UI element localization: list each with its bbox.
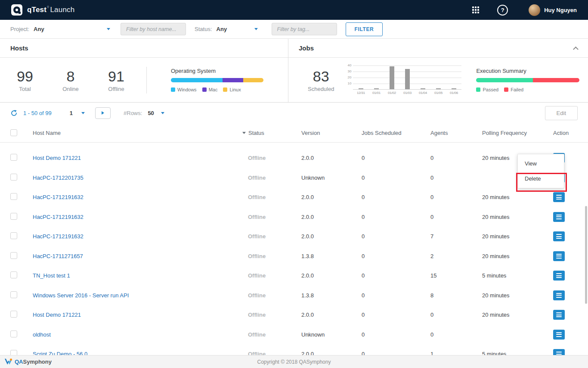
host-name-link[interactable]: oldhost	[33, 331, 51, 338]
project-select[interactable]: Any	[34, 26, 110, 32]
agents-value: 0	[430, 214, 482, 220]
filter-button[interactable]: FILTER	[346, 22, 383, 36]
host-name-link[interactable]: Host Demo 171221	[33, 312, 81, 318]
user-menu[interactable]: Huy Nguyen	[529, 4, 577, 16]
status-value: Offline	[248, 214, 301, 220]
row-checkbox[interactable]	[10, 193, 17, 200]
qtest-logo[interactable]	[11, 4, 22, 16]
status-value: Offline	[248, 351, 301, 355]
col-status[interactable]: Status	[242, 130, 301, 136]
edit-button[interactable]: Edit	[545, 106, 578, 120]
col-agents[interactable]: Agents	[430, 130, 482, 136]
stat-scheduled-value: 83	[308, 68, 334, 84]
user-avatar[interactable]	[529, 4, 540, 16]
row-checkbox[interactable]	[10, 154, 17, 161]
os-segment-windows	[171, 78, 223, 82]
chevron-up-icon[interactable]	[573, 47, 579, 52]
polling-value: 20 minutes	[482, 233, 553, 240]
hosts-stats: 99 Total 8 Online 91 Offline	[13, 68, 128, 92]
row-action-menu: View Delete	[517, 154, 564, 188]
jobs-scheduled-value: 0	[362, 272, 430, 279]
row-checkbox[interactable]	[10, 213, 17, 220]
row-checkbox[interactable]	[10, 350, 17, 355]
row-action-menu-button[interactable]	[553, 231, 565, 241]
jobs-panel-header: Jobs	[288, 39, 588, 58]
row-checkbox[interactable]	[10, 331, 17, 337]
pagination-range: 1 - 50 of 99	[23, 110, 52, 116]
col-host-name[interactable]: Host Name	[33, 130, 248, 136]
host-name-link[interactable]: TN_Host test 1	[33, 272, 70, 279]
row-checkbox[interactable]	[10, 174, 17, 181]
stat-total-label: Total	[13, 86, 37, 92]
project-label: Project:	[10, 26, 29, 32]
table-row: HacPC-1712201735 Offline Unknown 0 0	[0, 168, 588, 188]
jobs-panel-title: Jobs	[299, 44, 314, 52]
row-action-menu-button[interactable]	[553, 251, 565, 261]
status-select[interactable]: Any	[217, 26, 258, 32]
chevron-down-icon	[254, 28, 258, 30]
row-checkbox[interactable]	[10, 291, 17, 298]
row-action-menu-button[interactable]	[553, 349, 565, 355]
host-name-link[interactable]: HacPC-1712191632	[33, 214, 84, 220]
status-value: Offline	[248, 292, 301, 299]
os-chart-title: Operating System	[171, 68, 263, 74]
page-select[interactable]: 1	[70, 110, 85, 116]
agents-value: 0	[430, 312, 482, 318]
version-value: Unknown	[301, 331, 362, 338]
rows-select[interactable]: 50	[148, 110, 164, 116]
table-row: HacPC-1712191632 Offline 2.0.0 0 0 20 mi…	[0, 187, 588, 207]
rows-label: #Rows:	[124, 110, 142, 116]
jobs-panel-body: 83 Scheduled 40302010 12/3101/0101/0201/…	[288, 58, 588, 102]
row-checkbox[interactable]	[10, 271, 17, 278]
footer: QASymphony Copyright © 2018 QASymphony	[0, 355, 588, 368]
host-name-link[interactable]: HacPC-1712201735	[33, 175, 84, 181]
row-action-menu-button[interactable]	[553, 212, 565, 222]
status-value: Offline	[248, 312, 301, 318]
apps-grid-icon[interactable]	[472, 6, 479, 13]
chart-bar	[421, 88, 425, 89]
registered-mark-icon: ®	[47, 6, 49, 9]
jobs-scheduled-value: 0	[362, 292, 430, 299]
row-action-menu-button[interactable]	[553, 271, 565, 281]
row-action-menu-button[interactable]	[553, 310, 565, 320]
qasymphony-logo[interactable]: QASymphony	[4, 358, 52, 365]
select-all-checkbox[interactable]	[10, 129, 17, 136]
top-navbar: qTest®Launch ? Huy Nguyen	[0, 0, 588, 20]
refresh-icon[interactable]	[10, 109, 18, 117]
host-name-link[interactable]: HacPC-1712191632	[33, 233, 84, 240]
user-name: Huy Nguyen	[544, 7, 577, 13]
host-name-link[interactable]: Host Demo 171221	[33, 155, 81, 161]
col-version[interactable]: Version	[301, 130, 362, 136]
row-action-menu-button[interactable]	[553, 290, 565, 300]
agents-value: 15	[430, 272, 482, 279]
version-value: 2.0.0	[301, 194, 362, 200]
tag-filter-input[interactable]	[272, 23, 337, 35]
row-checkbox[interactable]	[10, 252, 17, 259]
host-name-link[interactable]: HacPC-1712191632	[33, 194, 84, 200]
execution-legend: PassedFailed	[476, 87, 579, 92]
col-action: Action	[553, 130, 588, 136]
jobs-scheduled-value: 0	[362, 312, 430, 318]
vertical-scrollbar-thumb[interactable]	[585, 206, 587, 304]
help-icon[interactable]: ?	[497, 5, 508, 16]
execution-segment-passed	[476, 78, 533, 82]
col-polling-frequency[interactable]: Polling Frequency	[482, 130, 553, 136]
polling-value: 20 minutes	[482, 312, 553, 318]
agents-value: 0	[430, 194, 482, 200]
row-action-menu-button[interactable]	[553, 330, 565, 340]
chart-bar	[452, 88, 456, 89]
host-name-link[interactable]: Windows Server 2016 - Server run API	[33, 292, 129, 299]
execution-segment-failed	[533, 78, 579, 82]
host-filter-input[interactable]	[121, 23, 186, 35]
host-name-link[interactable]: HacPC-1711271657	[33, 253, 83, 259]
row-checkbox[interactable]	[10, 232, 17, 239]
menu-item-delete[interactable]: Delete	[518, 171, 564, 186]
row-action-menu-button[interactable]	[553, 192, 565, 202]
table-row: HacPC-1712191632 Offline 2.0.0 0 0 20 mi…	[0, 207, 588, 227]
next-page-button[interactable]	[95, 107, 111, 119]
host-name-link[interactable]: Script Zu Demo - 56 0	[33, 351, 87, 355]
menu-item-view[interactable]: View	[518, 156, 564, 171]
col-jobs-scheduled[interactable]: Jobs Scheduled	[362, 130, 430, 136]
version-value: 2.0.0	[301, 272, 362, 279]
row-checkbox[interactable]	[10, 311, 17, 318]
